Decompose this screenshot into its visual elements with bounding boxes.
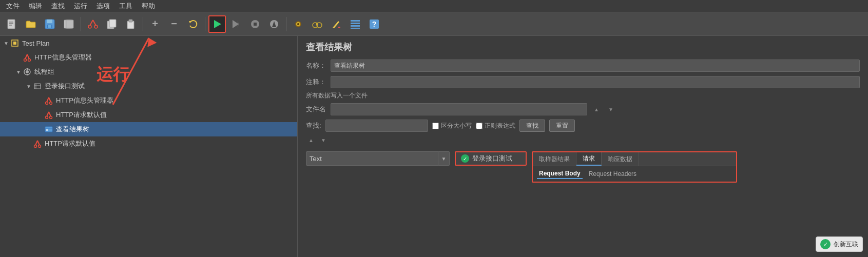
sep2 xyxy=(143,17,143,31)
copy-button[interactable] xyxy=(103,15,121,33)
search-input[interactable] xyxy=(325,120,428,132)
svg-rect-33 xyxy=(351,20,360,22)
http-header-label-1: HTTP信息头管理器 xyxy=(34,53,92,62)
run-button[interactable] xyxy=(208,15,226,33)
case-sensitive-item: 区分大小写 xyxy=(432,122,472,130)
tab-sampler-result[interactable]: 取样器结果 xyxy=(533,152,576,166)
new-button[interactable] xyxy=(3,15,21,33)
svg-rect-32 xyxy=(338,27,340,28)
binoculars-button[interactable] xyxy=(308,15,326,33)
menu-help[interactable]: 帮助 xyxy=(138,1,159,12)
svg-line-41 xyxy=(25,54,27,59)
svg-rect-7 xyxy=(48,25,51,28)
sub-tab-request-headers[interactable]: Request Headers xyxy=(587,169,639,179)
thread-group-label: 线程组 xyxy=(34,67,54,76)
comment-label: 注释： xyxy=(306,77,326,87)
svg-marker-22 xyxy=(238,20,239,28)
bottom-section: Text ▼ ✓ 登录接口测试 取样器结果 请求 响应数据 Request Bo… xyxy=(298,148,868,186)
svg-point-58 xyxy=(46,116,48,119)
test-plan-icon xyxy=(10,38,20,48)
tree-item-http-header-1[interactable]: ▼ HTTP信息头管理器 xyxy=(0,50,297,65)
filename-down-arrow[interactable]: ▼ xyxy=(606,104,616,114)
tree-item-http-default-2[interactable]: ▼ HTTP请求默认值 xyxy=(0,136,297,151)
shutdown-button[interactable] xyxy=(265,15,283,33)
tree-item-http-header-2[interactable]: ▼ HTTP信息头管理器 xyxy=(0,93,297,108)
sep4 xyxy=(286,17,286,31)
remove-button[interactable]: − xyxy=(165,15,183,33)
help-button[interactable]: ? xyxy=(365,15,383,33)
svg-point-44 xyxy=(28,59,31,62)
scroll-down-arrow[interactable]: ▼ xyxy=(318,135,329,145)
tree-item-test-plan[interactable]: ▼ Test Plan xyxy=(0,36,297,50)
http-header-icon-2 xyxy=(44,96,53,105)
tab-request[interactable]: 请求 xyxy=(576,152,602,166)
reset-button[interactable]: 重置 xyxy=(549,120,575,132)
expand-icon: ▼ xyxy=(3,40,9,46)
svg-line-53 xyxy=(49,97,51,102)
comment-row: 注释： xyxy=(298,74,868,90)
sample-node[interactable]: ✓ 登录接口测试 xyxy=(455,151,527,166)
svg-line-11 xyxy=(90,20,93,26)
start-no-pause-button[interactable] xyxy=(227,15,245,33)
regex-label: 正则表达式 xyxy=(485,122,515,130)
find-button[interactable]: 查找 xyxy=(519,120,545,132)
sep3 xyxy=(205,17,205,31)
svg-point-54 xyxy=(46,102,48,105)
paste-button[interactable] xyxy=(122,15,140,33)
regex-checkbox[interactable] xyxy=(476,123,483,129)
all-data-row: 所有数据写入一个文件 xyxy=(298,90,868,101)
result-tree-label: 查看结果树 xyxy=(56,125,89,134)
tab-response[interactable]: 响应数据 xyxy=(602,152,639,166)
list-view-button[interactable] xyxy=(346,15,364,33)
svg-line-42 xyxy=(27,54,29,59)
sample-label: 登录接口测试 xyxy=(472,154,512,163)
search-row: 查找: 区分大小写 正则表达式 查找 重置 xyxy=(298,117,868,134)
watermark-text: 创新互联 xyxy=(834,240,858,249)
menu-run[interactable]: 运行 xyxy=(70,1,91,12)
cut-button[interactable] xyxy=(84,15,102,33)
svg-rect-31 xyxy=(316,23,318,25)
save-button[interactable] xyxy=(41,15,59,33)
svg-line-63 xyxy=(35,141,37,145)
templates-button[interactable] xyxy=(60,15,78,33)
open-button[interactable] xyxy=(22,15,40,33)
tree-item-http-default-1[interactable]: ▼ HTTP请求默认值 xyxy=(0,108,297,122)
comment-input[interactable] xyxy=(331,76,860,88)
undo-button[interactable] xyxy=(184,15,202,33)
filename-input[interactable] xyxy=(331,103,587,115)
add-button[interactable]: + xyxy=(146,15,164,33)
sub-tab-request-body[interactable]: Request Body xyxy=(537,169,583,179)
panel-title: 查看结果树 xyxy=(298,36,868,57)
svg-line-56 xyxy=(47,112,49,116)
thread-group-icon xyxy=(23,67,32,76)
text-select[interactable]: Text xyxy=(306,151,438,166)
sep1 xyxy=(81,17,81,31)
name-input[interactable] xyxy=(331,60,860,72)
settings-button[interactable] xyxy=(290,15,307,33)
filename-label: 文件名 xyxy=(306,105,326,114)
svg-rect-16 xyxy=(109,19,116,27)
menu-options[interactable]: 选项 xyxy=(92,1,114,12)
dropdown-arrow[interactable]: ▼ xyxy=(438,151,450,166)
menu-edit[interactable]: 编辑 xyxy=(25,1,46,12)
tree-item-result-tree[interactable]: ▼ 查看结果树 xyxy=(0,122,297,136)
stop-button[interactable] xyxy=(246,15,264,33)
svg-rect-48 xyxy=(27,74,28,75)
tree-item-login-api[interactable]: ▼ 登录接口测试 xyxy=(0,79,297,93)
svg-point-59 xyxy=(50,116,52,119)
tree-item-thread-group[interactable]: ▼ 线程组 xyxy=(0,65,297,79)
case-sensitive-checkbox[interactable] xyxy=(432,123,439,129)
filename-up-arrow[interactable]: ▲ xyxy=(591,104,602,114)
menu-tools[interactable]: 工具 xyxy=(115,1,137,12)
clear-button[interactable] xyxy=(327,15,345,33)
tabs-header: 取样器结果 请求 响应数据 xyxy=(533,152,736,166)
menu-file[interactable]: 文件 xyxy=(2,1,24,12)
login-label: 登录接口测试 xyxy=(45,82,85,91)
http-default-icon-2 xyxy=(33,139,42,148)
login-icon xyxy=(33,82,42,91)
test-plan-label: Test Plan xyxy=(22,39,49,47)
tabs-content: Request Body Request Headers xyxy=(533,166,736,182)
menu-find[interactable]: 查找 xyxy=(47,1,69,12)
scroll-up-arrow[interactable]: ▲ xyxy=(306,135,316,145)
svg-rect-5 xyxy=(47,19,52,23)
